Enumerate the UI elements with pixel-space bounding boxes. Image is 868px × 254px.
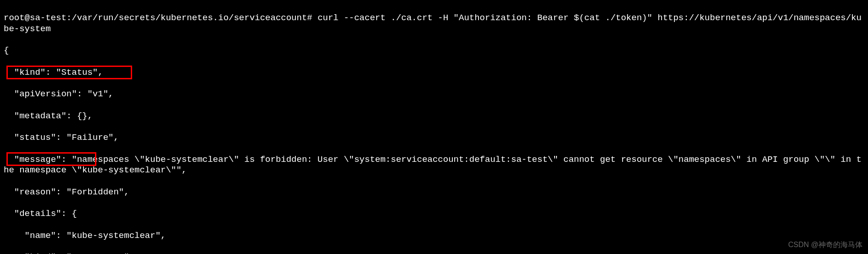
- json-line: "apiVersion": "v1",: [4, 89, 864, 100]
- json-line: "message": "namespaces \"kube-systemclea…: [4, 155, 864, 177]
- json-line: "kind": "namespaces": [4, 252, 864, 254]
- json-line: "reason": "Forbidden",: [4, 187, 864, 198]
- json-line: "metadata": {},: [4, 111, 864, 122]
- json-line: "details": {: [4, 209, 864, 220]
- json-line: "kind": "Status",: [4, 67, 864, 78]
- json-line: {: [4, 45, 864, 56]
- json-line: "name": "kube-systemclear",: [4, 231, 864, 242]
- shell-prompt: root@sa-test:/var/run/secrets/kubernetes…: [4, 13, 317, 23]
- json-status-line: "status": "Failure",: [4, 133, 864, 144]
- terminal-output[interactable]: root@sa-test:/var/run/secrets/kubernetes…: [4, 2, 864, 254]
- watermark-text: CSDN @神奇的海马体: [788, 240, 862, 249]
